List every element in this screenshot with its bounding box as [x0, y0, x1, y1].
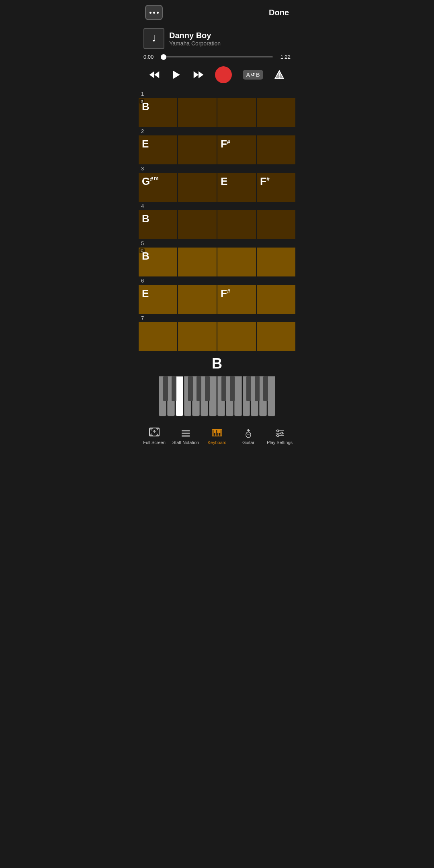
- measure-row-2: 2EF#: [139, 127, 295, 164]
- white-key-c3[interactable]: [159, 376, 166, 416]
- svg-rect-33: [217, 430, 219, 433]
- chord-section: 1BB2EF#3G#mEF#4B5CB6EF#7: [139, 90, 295, 351]
- measure-num-4: 4: [139, 202, 295, 210]
- play-button[interactable]: [171, 69, 182, 80]
- chord-cell-1-3[interactable]: [217, 98, 256, 127]
- rewind-button[interactable]: [149, 69, 160, 80]
- song-title: Danny Boy: [169, 31, 221, 40]
- fullscreen-label: Full Screen: [143, 440, 166, 445]
- staff-label: Staff Notation: [172, 440, 199, 445]
- chord-label: F#: [221, 138, 230, 150]
- white-key-c4[interactable]: [217, 376, 225, 416]
- total-time: 1:22: [276, 54, 291, 60]
- measure-row-4: 4B: [139, 202, 295, 239]
- chord-cell-7-4[interactable]: [257, 322, 295, 351]
- fastforward-button[interactable]: [193, 69, 204, 80]
- done-button[interactable]: Done: [269, 8, 289, 17]
- chord-cell-3-2[interactable]: [178, 173, 217, 202]
- chord-label: E: [142, 138, 149, 150]
- white-key-a3[interactable]: [201, 376, 208, 416]
- chord-grid-3: G#mEF#: [139, 173, 295, 202]
- chord-cell-6-3[interactable]: F#: [217, 285, 256, 314]
- chord-cell-6-2[interactable]: [178, 285, 217, 314]
- svg-rect-7: [279, 73, 280, 77]
- nav-item-playsettings[interactable]: Play Settings: [264, 427, 295, 445]
- svg-rect-8: [279, 77, 280, 78]
- chord-cell-3-1[interactable]: G#m: [139, 173, 177, 202]
- current-note: B: [139, 351, 295, 375]
- chord-cell-2-2[interactable]: [178, 135, 217, 164]
- progress-bar-area[interactable]: 0:00 1:22: [139, 52, 295, 63]
- nav-item-fullscreen[interactable]: Full Screen: [139, 427, 170, 445]
- chord-cell-2-4[interactable]: [257, 135, 295, 164]
- fullscreen-icon: [149, 427, 160, 438]
- chord-label: E: [142, 287, 149, 300]
- measure-num-2: 2: [139, 127, 295, 135]
- white-key-e3[interactable]: [176, 376, 183, 416]
- chord-cell-4-1[interactable]: B: [139, 210, 177, 239]
- chord-cell-6-1[interactable]: E: [139, 285, 177, 314]
- chord-cell-1-2[interactable]: [178, 98, 217, 127]
- chord-cell-7-1[interactable]: [139, 322, 177, 351]
- chord-cell-7-2[interactable]: [178, 322, 217, 351]
- white-key-a4[interactable]: [259, 376, 267, 416]
- play-settings-icon: [274, 427, 285, 438]
- white-key-d4[interactable]: [226, 376, 233, 416]
- chord-cell-1-1[interactable]: BB: [139, 98, 177, 127]
- music-note-icon: ♩: [152, 33, 156, 44]
- measure-num-1: 1: [139, 90, 295, 98]
- white-key-g3[interactable]: [192, 376, 200, 416]
- chord-cell-7-3[interactable]: [217, 322, 256, 351]
- svg-marker-3: [194, 71, 199, 78]
- white-key-f3[interactable]: [184, 376, 192, 416]
- record-button[interactable]: [215, 66, 232, 83]
- song-text: Danny Boy Yamaha Corporation: [169, 31, 221, 47]
- chord-cell-3-4[interactable]: F#: [257, 173, 295, 202]
- svg-marker-0: [149, 71, 154, 78]
- chord-cell-1-4[interactable]: [257, 98, 295, 127]
- nav-item-guitar[interactable]: Guitar: [233, 427, 264, 445]
- current-time: 0:00: [143, 54, 158, 60]
- chord-cell-4-2[interactable]: [178, 210, 217, 239]
- svg-rect-34: [219, 430, 221, 433]
- measure-row-3: 3G#mEF#: [139, 164, 295, 202]
- chord-cell-5-4[interactable]: [257, 248, 295, 276]
- chord-cell-3-3[interactable]: E: [217, 173, 256, 202]
- chord-cell-4-4[interactable]: [257, 210, 295, 239]
- svg-marker-4: [199, 71, 203, 78]
- dot3: [157, 12, 159, 14]
- chord-cell-2-3[interactable]: F#: [217, 135, 256, 164]
- progress-thumb[interactable]: [161, 54, 166, 60]
- measure-num-7: 7: [139, 314, 295, 322]
- song-info: ♩ Danny Boy Yamaha Corporation: [139, 25, 295, 52]
- piano-keyboard[interactable]: [159, 376, 275, 416]
- priority-button[interactable]: [274, 69, 285, 80]
- guitar-label: Guitar: [242, 440, 254, 445]
- ab-repeat-button[interactable]: A ↺ B: [243, 70, 263, 80]
- chord-cell-5-2[interactable]: [178, 248, 217, 276]
- album-art: ♩: [143, 28, 164, 49]
- staff-notation-icon: [180, 427, 191, 438]
- white-key-e4[interactable]: [234, 376, 242, 416]
- menu-button[interactable]: [145, 5, 163, 20]
- chord-cell-5-1[interactable]: CB: [139, 248, 177, 276]
- nav-item-staff[interactable]: Staff Notation: [170, 427, 201, 445]
- chord-cell-4-3[interactable]: [217, 210, 256, 239]
- progress-track[interactable]: [161, 56, 273, 57]
- chord-label: B: [142, 100, 149, 113]
- chord-cell-2-1[interactable]: E: [139, 135, 177, 164]
- chord-grid-1: BB: [139, 98, 295, 127]
- white-key-b3[interactable]: [209, 376, 217, 416]
- white-key-g4[interactable]: [251, 376, 258, 416]
- white-key-b4[interactable]: [268, 376, 275, 416]
- chord-label: B: [142, 250, 149, 262]
- guitar-icon: [243, 427, 254, 438]
- nav-item-keyboard[interactable]: Keyboard: [201, 427, 233, 445]
- svg-point-44: [281, 432, 283, 434]
- white-key-f4[interactable]: [243, 376, 250, 416]
- white-key-d3[interactable]: [167, 376, 175, 416]
- chord-label: B: [142, 213, 149, 225]
- chord-cell-5-3[interactable]: [217, 248, 256, 276]
- song-artist: Yamaha Corporation: [169, 40, 221, 47]
- chord-cell-6-4[interactable]: [257, 285, 295, 314]
